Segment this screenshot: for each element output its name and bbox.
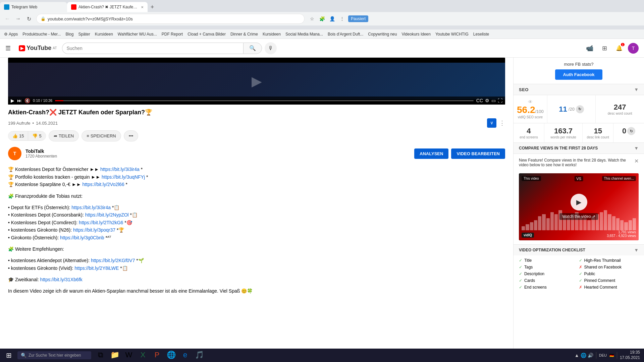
compare-collapse-icon[interactable]: ▼ [634,145,639,151]
apps-grid-icon[interactable]: ⊞ [598,42,610,54]
bookmark-wahlfaech[interactable]: Wahlfächer WU Aus... [116,31,158,37]
link-sparplaene[interactable]: https://bit.ly/2Vo2l66 [82,182,124,187]
taskbar-powerpoint-app[interactable]: P [150,349,164,362]
taskbar-word-app[interactable]: W [122,349,136,362]
desc-section-3: • Depot für ETFs (Österreich): https://b… [8,204,505,241]
system-clock[interactable]: 19:35 17.05.2021 [620,350,640,360]
save-button[interactable]: ≡ SPEICHERN [82,130,121,141]
settings-button[interactable]: ⚙ [485,98,489,103]
search-input[interactable] [62,43,243,54]
link-getquin[interactable]: https://bit.ly/3uqNFYj [102,174,145,180]
taskbar-explorer-app[interactable]: 📁 [108,349,121,362]
share-button[interactable]: ➦ TEILEN [49,130,79,141]
link-zweitkanal[interactable]: https://bit.ly/31Xb6fk [40,277,83,282]
youtube-logo[interactable]: ▶ YouTube AT [19,45,57,52]
theater-button[interactable]: ▭ [491,98,496,103]
like-button[interactable]: 👍 15 [8,131,28,140]
bookmark-pdf[interactable]: PDF Report [160,31,184,37]
channel-avatar[interactable]: T [8,147,21,160]
link-consors[interactable]: https://bit.ly/2NypZOl [85,212,129,218]
skip-forward-button[interactable]: ⏭ [17,98,22,103]
analysen-button[interactable]: ANALYSEN [414,148,448,159]
new-tab-button[interactable]: + [148,2,157,12]
taskbar-search-box[interactable]: 🔍 Zur Suche Text hier eingeben [17,351,91,359]
video-player[interactable]: ▶ ▶ ⏭ 🔇 0:10 / 10:26 CC ⚙ ▭ [8,58,505,105]
browser-menu-icon[interactable]: ⋮ [337,14,347,23]
bookmark-kursideen2[interactable]: Kursideen [261,31,282,37]
video-progress-bar[interactable] [55,100,474,101]
tray-network-icon[interactable]: 🌐 [581,353,586,358]
bookmark-videokurs[interactable]: Videokurs Ideen [400,31,432,37]
hamburger-menu-icon[interactable]: ☰ [5,45,11,52]
country-flag: 🇩🇪 [609,353,614,358]
more-options-icon[interactable]: ⋮ [499,119,505,127]
bookmark-blog[interactable]: Blog [64,31,75,37]
main-content: ▶ ▶ ⏭ 🔇 0:10 / 10:26 CC ⚙ ▭ [0,58,513,362]
user-avatar[interactable]: T [628,43,639,54]
taskbar-edge-app[interactable]: e [178,349,192,362]
link-comdirect[interactable]: https://bit.ly/2Th2kG6 [79,220,123,225]
taskbar-excel-app[interactable]: X [136,349,150,362]
channel-subscribers: 1720 Abonnenten [25,154,410,159]
link-etf-depot[interactable]: https://bit.ly/3i3ir4a [71,205,111,210]
bookmark-bois[interactable]: Bois d'Argent Duft... [326,31,365,37]
bookmark-star-icon[interactable]: ☆ [307,14,317,23]
bookmark-spaeter[interactable]: Später [77,31,91,37]
compare-close-icon[interactable]: ✕ [634,158,639,164]
bookmark-dinner[interactable]: Dinner & Crime [229,31,259,37]
watch-video-link[interactable]: Watch the video ↗ [559,213,598,220]
address-bar[interactable]: 🔒 youtube.com/watch?v=z0MSjjSYRxo&t=10s [36,14,305,24]
tray-volume-icon[interactable]: 🔊 [588,353,593,358]
tray-up-arrow[interactable]: ▲ [575,353,579,358]
forward-button[interactable]: → [13,14,23,23]
volume-button[interactable]: 🔇 [24,98,30,103]
bookmark-cload[interactable]: Cload + Canva Bilder [186,31,227,37]
link-depot-at[interactable]: https://bit.ly/3i3ir4a [100,167,140,172]
stat-15-label: desc link count [587,135,609,139]
keyboard-lang[interactable]: DEU [599,353,607,357]
video-create-icon[interactable]: 📹 [584,42,596,54]
browser-tab-youtube[interactable]: Aktien-Crash? ✖ JETZT Kaufen... ✕ [67,2,148,12]
youtube-tab-close[interactable]: ✕ [141,5,144,9]
back-button[interactable]: ← [3,14,12,23]
browser-tab-telegram[interactable]: Telegram Web [0,2,67,12]
start-button[interactable]: ⊞ [1,350,16,361]
mic-button[interactable]: 🎙 [265,42,277,54]
auth-facebook-button[interactable]: Auth Facebook [555,69,603,80]
play-pause-button[interactable]: ▶ [11,98,14,103]
vidiq-small-icon[interactable]: V [487,118,496,128]
bookmark-kursideen1[interactable]: Kursideen [94,31,114,37]
taskbar-view-button[interactable]: ⧉ [94,349,107,362]
link-n26[interactable]: https://bit.ly/3poqr37 [73,227,115,233]
video-bearbeiten-button[interactable]: VIDEO BEARBEITEN [451,148,505,159]
vidiq-pausiert-badge[interactable]: Pausiert [348,15,368,22]
compare-play-button[interactable]: ▶ [571,194,587,210]
dislike-button[interactable]: 👎 5 [28,131,45,140]
notifications-icon[interactable]: 🔔 1 [613,42,625,54]
stat-11-denom: /20 [569,107,575,112]
seo-collapse-icon[interactable]: ▼ [634,87,639,92]
taskbar-chrome-app[interactable]: 🌐 [164,349,178,362]
link-aktiendepot[interactable]: https://bit.ly/2KGf0V7 [91,258,135,263]
refresh-button[interactable]: ↻ [24,14,34,23]
checklist-collapse-icon[interactable]: ▼ [634,247,639,253]
bookmark-youtube-wichtig[interactable]: Youtube WICHTIG [434,31,470,37]
compare-video[interactable]: This video VS This channel aven... 1,791… [519,173,639,240]
more-actions-button[interactable]: ••• [124,130,139,141]
fullscreen-button[interactable]: ⛶ [498,98,502,103]
checklist-header[interactable]: VIDEO OPTIMIZATION CHECKLIST ▼ [514,245,644,255]
search-button[interactable]: 🔍 [243,43,262,54]
bookmark-social[interactable]: Social Media Mana... [284,31,324,37]
link-giro-at[interactable]: https://bit.ly/3g0Cbnb [60,235,104,240]
extension-icon[interactable]: 🧩 [317,14,327,23]
channel-name[interactable]: TobiTalk [25,148,410,154]
taskbar-spotify-app[interactable]: 🎵 [193,349,206,362]
link-vivid[interactable]: https://bit.ly/2Y8iLWE [74,265,119,271]
bookmark-produktsuche[interactable]: Produktsuche - Mer... [21,31,62,37]
subtitles-button[interactable]: CC [476,98,483,103]
bookmark-copywriting[interactable]: Copywriting neu [367,31,398,37]
profile-icon[interactable]: 👤 [327,14,337,23]
bookmark-apps[interactable]: ⚙ Apps [3,31,19,37]
check-cards-label: Cards [524,278,535,283]
bookmark-leseliste[interactable]: Leseliste [472,31,490,37]
